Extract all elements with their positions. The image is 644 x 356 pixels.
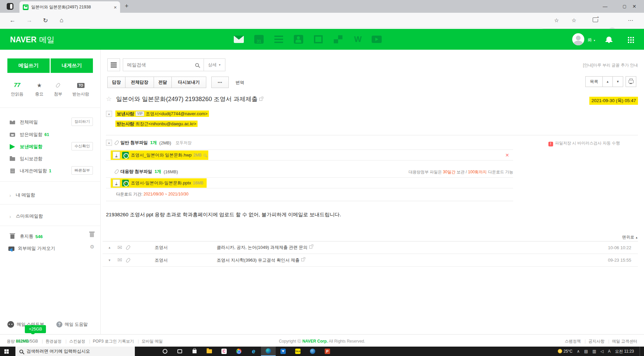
contacts-icon[interactable] [293, 34, 304, 45]
apps-grid-icon[interactable] [628, 37, 629, 38]
user-avatar[interactable] [572, 33, 584, 45]
sidebar-item-external-mail[interactable]: 외부메일 가져오기 [0, 242, 101, 255]
print-button[interactable] [626, 76, 636, 87]
storage-bonus-badge[interactable]: +25GB [25, 325, 46, 333]
thread-toggle-icon[interactable]: ▼ [108, 259, 112, 262]
next-mail-button[interactable]: ▼ [612, 76, 623, 87]
favorites-bar-icon[interactable]: ☆ [572, 17, 576, 24]
filter-attachment[interactable]: 첨부 [48, 82, 68, 97]
tray-display-icon[interactable]: ▥ [592, 349, 596, 354]
home-icon[interactable]: ⌂ [60, 17, 63, 24]
task-view-icon[interactable] [172, 347, 187, 356]
chrome-icon[interactable] [231, 347, 246, 356]
window-minimize-button[interactable]: — [595, 0, 615, 13]
mail-help-link[interactable]: ? 메일 도움말 [56, 321, 88, 327]
kakaotalk-icon[interactable]: TALK [290, 347, 305, 356]
filter-recipient[interactable]: TO 받는사람 [71, 82, 91, 97]
refresh-icon[interactable]: ↻ [43, 17, 48, 24]
file-explorer-icon[interactable] [202, 347, 217, 356]
tab-close-icon[interactable]: × [114, 4, 117, 10]
big-attachment-row[interactable]: ↓ 조영서-일본어와-일본문화.pptx 16MB [106, 177, 513, 188]
thread-row[interactable]: ▲ ✉ 조영서 클라시카, 공자, 논어(1049) 과제제출 관련 문의 10… [103, 241, 638, 254]
organize-button[interactable]: 정리하기 [71, 118, 93, 126]
sidebar-group-smart-mailbox[interactable]: › 스마트메일함 [0, 210, 101, 222]
c-app-icon[interactable]: C [217, 347, 231, 356]
empty-trash-icon[interactable] [90, 233, 94, 237]
reply-all-button[interactable]: 전체답장 [125, 77, 154, 88]
external-link-icon[interactable] [259, 98, 262, 101]
thread-toggle-icon[interactable]: ▲ [108, 246, 112, 249]
external-link-icon[interactable] [301, 258, 304, 261]
blue-arrow-app-icon[interactable] [276, 347, 290, 356]
delete-attachment-icon[interactable]: ✕ [505, 152, 509, 158]
tray-expand-icon[interactable]: ∧ [577, 349, 580, 354]
download-icon[interactable]: ↓ [113, 151, 120, 159]
cortana-icon[interactable] [158, 347, 172, 356]
speaker-muted-icon[interactable]: ◁ [600, 349, 603, 354]
subject-star-icon[interactable]: ☆ [106, 95, 112, 103]
thread-subject[interactable]: 클라시카, 공자, 논어(1049) 과제제출 관련 문의 [217, 244, 312, 251]
collapse-attach-button[interactable]: ▲ [106, 140, 112, 146]
gear-icon[interactable]: ⚙ [90, 244, 94, 250]
preview-icon[interactable] [204, 154, 206, 157]
more-button[interactable]: ••• [211, 77, 229, 88]
favorites-icon[interactable]: ☆ [554, 17, 559, 24]
collections-icon[interactable] [593, 17, 598, 22]
mail-search-box[interactable] [123, 58, 204, 71]
weather-widget[interactable]: 25°C [558, 349, 573, 354]
thread-subject[interactable]: 조영서 지사학(3963) 유고결석 확인서 제출 [217, 257, 304, 263]
download-icon[interactable]: ↓ [113, 179, 120, 187]
new-tab-button[interactable]: + [125, 2, 128, 10]
calendar-icon[interactable]: 31 [253, 34, 265, 45]
forward-button[interactable]: 전달 [154, 77, 172, 88]
translate-button[interactable]: 번역 [235, 80, 244, 86]
attachment-row[interactable]: ↓ 조영서_일본어와 일본문화.hwp 2MB ✕ [106, 149, 513, 161]
notice-link[interactable]: 공지사항 [588, 339, 604, 344]
spam-policy-link[interactable]: 스팸정책 [565, 339, 581, 344]
list-button[interactable]: 목록 [585, 76, 603, 87]
ime-icon[interactable]: A [608, 349, 611, 354]
compose-button[interactable]: 메일쓰기 [7, 58, 50, 73]
mail-support-link[interactable]: 메일 고객센터 [612, 339, 637, 344]
notification-bell-icon[interactable] [606, 37, 611, 41]
reply-button[interactable]: 답장 [107, 77, 125, 88]
sidebar-group-my-mailbox[interactable]: › 내 메일함 [0, 189, 101, 201]
taskbar-search[interactable]: 검색하려면 여기에 입력하십시오 [15, 347, 135, 356]
attachment-filename[interactable]: 조영서_일본어와 일본문화.hwp [131, 152, 192, 158]
workspace-icon[interactable] [7, 3, 13, 10]
folder-menu-button[interactable] [107, 58, 120, 71]
sidebar-item-trash[interactable]: 휴지통 546 [0, 230, 101, 242]
internet-explorer-icon[interactable]: e [246, 347, 261, 356]
thread-row[interactable]: ▼ ✉ 조영서 조영서 지사학(3963) 유고결석 확인서 제출 09-23 … [103, 254, 638, 267]
user-name[interactable]: 롸 ▼ [588, 37, 596, 43]
show-desktop-button[interactable] [640, 347, 641, 356]
blocks-icon[interactable] [332, 34, 344, 45]
video-icon[interactable] [371, 34, 382, 45]
save-all-button[interactable]: 모두저장 [175, 140, 192, 146]
sidebar-item-drafts[interactable]: 임시보관함 [0, 153, 101, 165]
blue-circle-app-icon[interactable] [305, 347, 320, 356]
powerpoint-icon[interactable]: P [320, 347, 335, 356]
collapse-header-button[interactable]: ▲ [106, 111, 112, 117]
filter-unread[interactable]: 77 안읽음 [7, 82, 27, 97]
prev-mail-button[interactable]: ▲ [602, 76, 613, 87]
tray-app-icon[interactable]: ▤ [584, 349, 588, 354]
naver-mail-logo[interactable]: NAVER메일 [10, 35, 54, 45]
quick-attach-button[interactable]: 빠른첨부 [71, 166, 93, 175]
sidebar-item-inbox[interactable]: 받은메일함 61 [0, 129, 101, 141]
read-receipt-button[interactable]: 수신확인 [71, 142, 93, 150]
search-icon[interactable] [195, 63, 199, 67]
forward-icon[interactable]: → [26, 17, 32, 24]
big-attachment-filename[interactable]: 조영서-일본어와-일본문화.pptx [131, 180, 191, 186]
recipient-address[interactable]: 최장근<nihonbu@daegu.ac.kr> [136, 121, 197, 126]
filter-important[interactable]: ★ 중요 [30, 82, 49, 97]
memo-list-icon[interactable] [273, 34, 284, 45]
write-to-me-button[interactable]: 내게쓰기 [51, 58, 93, 73]
search-detail-dropdown[interactable]: 상세▼ [204, 58, 225, 71]
box-icon[interactable] [313, 34, 324, 45]
go-to-top-button[interactable]: 맨위로 ▲ [622, 234, 638, 240]
font-notice[interactable]: [안내]마루 부리 글꼴 추가 안내 [583, 62, 638, 68]
store-icon[interactable] [187, 347, 202, 356]
edge-icon-active[interactable] [261, 347, 276, 356]
browser-menu-icon[interactable]: ⋯ [628, 17, 633, 24]
